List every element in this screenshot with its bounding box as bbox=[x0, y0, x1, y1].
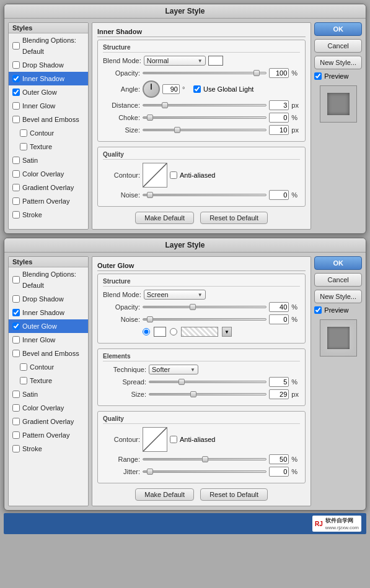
reset-to-default-btn-1[interactable]: Reset to Default bbox=[200, 212, 268, 224]
radio-gradient-2[interactable] bbox=[170, 328, 177, 335]
style-checkbox-bevel-emboss-2[interactable] bbox=[12, 350, 20, 357]
technique-select-2[interactable]: Softer ▼ bbox=[149, 365, 198, 374]
make-default-btn-1[interactable]: Make Default bbox=[135, 212, 194, 224]
opacity-slider-thumb-2[interactable] bbox=[190, 304, 196, 310]
style-item-color-overlay-2[interactable]: Color Overlay bbox=[9, 401, 88, 415]
blend-mode-select-1[interactable]: Normal ▼ bbox=[144, 56, 206, 66]
style-checkbox-inner-shadow-1[interactable] bbox=[12, 75, 20, 82]
new-style-button-1[interactable]: New Style... bbox=[314, 56, 362, 69]
anti-aliased-checkbox-1[interactable] bbox=[170, 171, 177, 179]
style-item-inner-shadow-2[interactable]: Inner Shadow bbox=[9, 306, 88, 319]
noise-slider-thumb-1[interactable] bbox=[147, 192, 153, 198]
size-slider-thumb-1[interactable] bbox=[174, 127, 180, 133]
style-item-texture-2[interactable]: Texture bbox=[9, 374, 88, 387]
style-checkbox-pattern-overlay-2[interactable] bbox=[12, 431, 20, 439]
angle-value-1[interactable]: 90 bbox=[162, 84, 180, 94]
style-checkbox-stroke-2[interactable] bbox=[12, 445, 20, 452]
style-item-gradient-overlay-2[interactable]: Gradient Overlay bbox=[9, 415, 88, 428]
style-checkbox-inner-glow-1[interactable] bbox=[12, 102, 20, 110]
distance-value-1[interactable]: 3 bbox=[269, 100, 289, 110]
style-item-bevel-emboss-2[interactable]: Bevel and Emboss bbox=[9, 347, 88, 360]
opacity-slider-track-1[interactable] bbox=[143, 72, 266, 74]
size-slider-track-2[interactable] bbox=[149, 393, 266, 396]
contour-preview-2[interactable] bbox=[143, 427, 167, 452]
opacity-slider-thumb-1[interactable] bbox=[253, 70, 260, 76]
style-item-blending-2[interactable]: Blending Options: Default bbox=[9, 267, 88, 292]
cancel-button-2[interactable]: Cancel bbox=[314, 273, 362, 287]
style-checkbox-inner-glow-2[interactable] bbox=[12, 336, 20, 344]
style-item-satin-1[interactable]: Satin bbox=[9, 153, 88, 167]
style-item-inner-glow-2[interactable]: Inner Glow bbox=[9, 333, 88, 347]
make-default-btn-2[interactable]: Make Default bbox=[135, 488, 194, 501]
style-item-satin-2[interactable]: Satin bbox=[9, 387, 88, 401]
style-item-outer-glow-2[interactable]: Outer Glow bbox=[9, 319, 88, 333]
jitter-value-2[interactable]: 0 bbox=[269, 467, 289, 477]
style-checkbox-color-overlay-1[interactable] bbox=[12, 170, 20, 178]
size-value-2[interactable]: 29 bbox=[269, 389, 289, 399]
style-item-pattern-overlay-2[interactable]: Pattern Overlay bbox=[9, 428, 88, 442]
contour-preview-1[interactable] bbox=[143, 163, 167, 188]
spread-value-2[interactable]: 5 bbox=[269, 377, 289, 387]
range-slider-thumb-2[interactable] bbox=[202, 456, 208, 462]
style-checkbox-blending-1[interactable] bbox=[12, 42, 20, 50]
blend-mode-color-swatch-1[interactable] bbox=[208, 56, 223, 66]
use-global-light-checkbox-1[interactable] bbox=[193, 85, 201, 93]
noise-slider-track-2s[interactable] bbox=[143, 318, 266, 321]
style-item-gradient-overlay-1[interactable]: Gradient Overlay bbox=[9, 181, 88, 194]
style-checkbox-gradient-overlay-1[interactable] bbox=[12, 184, 20, 191]
style-checkbox-texture-1[interactable] bbox=[20, 143, 27, 150]
style-item-pattern-overlay-1[interactable]: Pattern Overlay bbox=[9, 194, 88, 208]
style-checkbox-inner-shadow-2[interactable] bbox=[12, 309, 20, 316]
style-checkbox-contour-2[interactable] bbox=[20, 363, 27, 371]
noise-value-1[interactable]: 0 bbox=[269, 190, 289, 200]
gradient-strip-2[interactable] bbox=[181, 327, 218, 337]
style-item-blending-1[interactable]: Blending Options: Default bbox=[9, 33, 88, 58]
noise-value-2s[interactable]: 0 bbox=[269, 314, 289, 324]
choke-slider-track-1[interactable] bbox=[143, 116, 266, 119]
style-checkbox-texture-2[interactable] bbox=[20, 377, 27, 384]
ok-button-2[interactable]: OK bbox=[314, 256, 362, 270]
choke-slider-thumb-1[interactable] bbox=[147, 115, 153, 121]
range-value-2[interactable]: 50 bbox=[269, 454, 289, 464]
style-item-inner-glow-1[interactable]: Inner Glow bbox=[9, 99, 88, 113]
style-item-outer-glow-1[interactable]: Outer Glow bbox=[9, 85, 88, 99]
choke-value-1[interactable]: 0 bbox=[269, 113, 289, 123]
spread-slider-track-2[interactable] bbox=[149, 381, 266, 383]
opacity-slider-track-2[interactable] bbox=[143, 306, 266, 308]
jitter-slider-thumb-2[interactable] bbox=[147, 469, 153, 475]
style-item-drop-shadow-2[interactable]: Drop Shadow bbox=[9, 292, 88, 306]
style-item-stroke-2[interactable]: Stroke bbox=[9, 442, 88, 456]
radio-color-2[interactable] bbox=[143, 328, 150, 335]
style-item-stroke-1[interactable]: Stroke bbox=[9, 208, 88, 222]
style-checkbox-gradient-overlay-2[interactable] bbox=[12, 418, 20, 425]
noise-slider-thumb-2s[interactable] bbox=[147, 316, 153, 322]
style-checkbox-outer-glow-1[interactable] bbox=[12, 89, 20, 96]
style-checkbox-outer-glow-2[interactable] bbox=[12, 322, 20, 330]
style-item-texture-1[interactable]: Texture bbox=[9, 140, 88, 153]
preview-checkbox-1[interactable] bbox=[314, 72, 322, 80]
style-item-contour-2[interactable]: Contour bbox=[9, 360, 88, 374]
new-style-button-2[interactable]: New Style... bbox=[314, 290, 362, 303]
style-checkbox-blending-2[interactable] bbox=[12, 276, 20, 283]
reset-to-default-btn-2[interactable]: Reset to Default bbox=[200, 488, 268, 501]
style-checkbox-satin-1[interactable] bbox=[12, 157, 20, 164]
preview-checkbox-2[interactable] bbox=[314, 306, 322, 314]
opacity-value-1[interactable]: 100 bbox=[269, 68, 289, 78]
size-slider-track-1[interactable] bbox=[143, 129, 266, 131]
angle-knob-1[interactable] bbox=[143, 80, 160, 98]
gradient-strip-btn-2[interactable]: ▼ bbox=[222, 327, 232, 337]
distance-slider-thumb-1[interactable] bbox=[162, 102, 168, 108]
style-item-bevel-emboss-1[interactable]: Bevel and Emboss bbox=[9, 113, 88, 126]
style-checkbox-drop-shadow-2[interactable] bbox=[12, 295, 20, 303]
size-slider-thumb-2[interactable] bbox=[190, 391, 196, 397]
range-slider-track-2[interactable] bbox=[143, 458, 266, 460]
style-item-drop-shadow-1[interactable]: Drop Shadow bbox=[9, 58, 88, 72]
style-checkbox-pattern-overlay-1[interactable] bbox=[12, 197, 20, 205]
style-checkbox-stroke-1[interactable] bbox=[12, 211, 20, 218]
style-checkbox-bevel-emboss-1[interactable] bbox=[12, 116, 20, 123]
spread-slider-thumb-2[interactable] bbox=[178, 379, 185, 385]
style-item-color-overlay-1[interactable]: Color Overlay bbox=[9, 167, 88, 181]
cancel-button-1[interactable]: Cancel bbox=[314, 39, 362, 53]
jitter-slider-track-2[interactable] bbox=[143, 470, 266, 473]
blend-mode-select-2[interactable]: Screen ▼ bbox=[144, 290, 206, 300]
